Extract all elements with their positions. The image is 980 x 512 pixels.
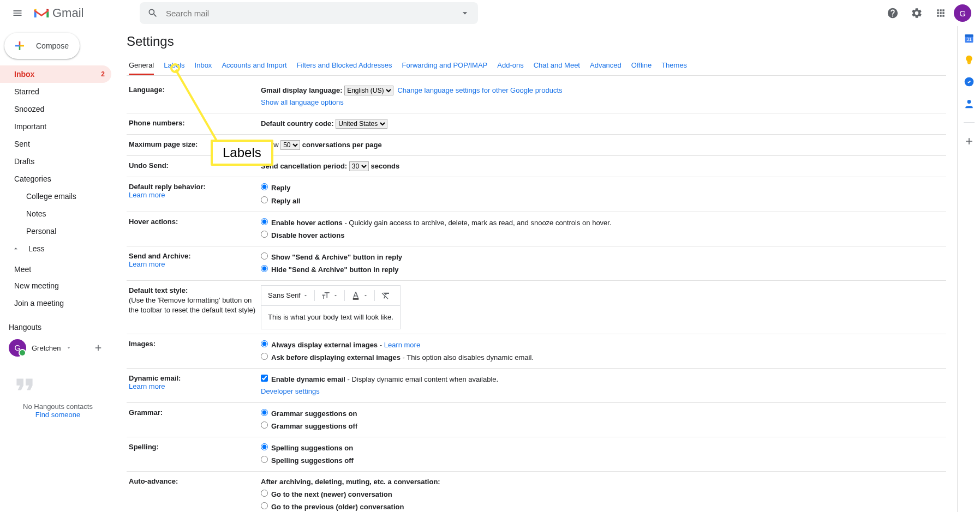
- change-language-link[interactable]: Change language settings for other Googl…: [397, 86, 562, 94]
- compose-button[interactable]: Compose: [4, 33, 80, 59]
- row-images: Images: Always display external images -…: [127, 334, 946, 369]
- sidebar-item-sent[interactable]: Sent: [0, 135, 111, 153]
- font-family-dropdown[interactable]: Sans Serif: [265, 288, 312, 303]
- radio-reply-all[interactable]: [261, 196, 268, 203]
- radio-advance-newer[interactable]: [261, 490, 268, 497]
- developer-settings-link[interactable]: Developer settings: [261, 387, 320, 395]
- settings-content: Settings GeneralLabelsInboxAccounts and …: [116, 26, 957, 512]
- chevron-up-icon: [12, 245, 20, 252]
- radio-show-send-archive[interactable]: [261, 252, 268, 260]
- tab-filters-and-blocked-addresses[interactable]: Filters and Blocked Addresses: [297, 56, 392, 75]
- tab-accounts-and-import[interactable]: Accounts and Import: [222, 56, 286, 75]
- send-archive-learn-more[interactable]: Learn more: [129, 260, 165, 268]
- label-phone: Phone numbers:: [129, 118, 261, 130]
- search-input[interactable]: [164, 9, 454, 18]
- add-addon-icon[interactable]: [964, 136, 975, 147]
- radio-spelling-off[interactable]: [261, 456, 268, 463]
- tab-add-ons[interactable]: Add-ons: [497, 56, 523, 75]
- help-icon: [887, 7, 899, 19]
- dynamic-learn-more[interactable]: Learn more: [129, 382, 165, 390]
- svg-rect-3: [20, 45, 24, 47]
- hangouts-empty-state: No Hangouts contacts Find someone: [0, 360, 116, 430]
- calendar-icon[interactable]: 31: [964, 33, 975, 44]
- row-hover-actions: Hover actions: Enable hover actions - Qu…: [127, 212, 946, 246]
- tasks-icon[interactable]: [964, 76, 975, 87]
- meet-item-join-a-meeting[interactable]: Join a meeting: [0, 294, 111, 312]
- radio-spelling-on[interactable]: [261, 443, 268, 450]
- row-auto-advance: Auto-advance: After archiving, deleting,…: [127, 472, 946, 512]
- text-color-dropdown[interactable]: [348, 288, 372, 303]
- account-avatar[interactable]: G: [954, 4, 971, 22]
- format-clear-icon: [381, 291, 391, 300]
- sidebar-item-notes[interactable]: Notes: [0, 205, 111, 222]
- sidebar-item-drafts[interactable]: Drafts: [0, 153, 111, 170]
- tab-chat-and-meet[interactable]: Chat and Meet: [534, 56, 580, 75]
- radio-hide-send-archive[interactable]: [261, 265, 268, 272]
- row-grammar: Grammar: Grammar suggestions on Grammar …: [127, 403, 946, 437]
- meet-item-new-meeting[interactable]: New meeting: [0, 277, 111, 294]
- settings-button[interactable]: [906, 2, 928, 24]
- side-panel: 31: [957, 26, 980, 512]
- gmail-m-icon: [33, 7, 50, 20]
- row-send-archive: Send and Archive: Learn more Show "Send …: [127, 246, 946, 281]
- hangouts-new-chat-button[interactable]: [89, 339, 107, 357]
- tab-offline[interactable]: Offline: [631, 56, 652, 75]
- images-learn-more[interactable]: Learn more: [384, 341, 420, 349]
- remove-formatting-button[interactable]: [378, 288, 394, 303]
- label-reply-behavior: Default reply behavior:: [129, 183, 206, 191]
- sidebar-item-important[interactable]: Important: [0, 118, 111, 135]
- page-size-select[interactable]: 50: [280, 140, 300, 150]
- tab-inbox[interactable]: Inbox: [195, 56, 212, 75]
- sidebar-item-categories[interactable]: Categories: [0, 170, 111, 188]
- hangouts-user-row[interactable]: G Gretchen: [0, 336, 116, 360]
- sidebar: Compose Inbox2StarredSnoozedImportantSen…: [0, 26, 116, 512]
- row-language: Language: Gmail display language: Englis…: [127, 80, 946, 113]
- support-button[interactable]: [882, 2, 904, 24]
- undo-period-select[interactable]: 30: [349, 161, 369, 171]
- font-size-dropdown[interactable]: [318, 288, 342, 303]
- sidebar-item-starred[interactable]: Starred: [0, 83, 111, 100]
- search-options-button[interactable]: [454, 2, 476, 24]
- tab-advanced[interactable]: Advanced: [590, 56, 622, 75]
- text-color-icon: [351, 291, 361, 300]
- contacts-icon[interactable]: [964, 98, 975, 109]
- label-images: Images:: [129, 339, 261, 364]
- search-button[interactable]: [142, 2, 164, 24]
- country-code-select[interactable]: United States: [336, 119, 387, 129]
- language-select[interactable]: English (US): [344, 86, 393, 95]
- checkbox-dynamic-email[interactable]: [261, 375, 268, 382]
- row-dynamic-email: Dynamic email: Learn more Enable dynamic…: [127, 369, 946, 402]
- sidebar-item-snoozed[interactable]: Snoozed: [0, 100, 111, 118]
- radio-advance-older[interactable]: [261, 502, 268, 509]
- radio-images-always[interactable]: [261, 340, 268, 347]
- tab-general[interactable]: General: [129, 56, 154, 75]
- hangouts-find-someone-link[interactable]: Find someone: [11, 411, 105, 419]
- sidebar-item-personal[interactable]: Personal: [0, 222, 111, 240]
- radio-grammar-off[interactable]: [261, 421, 268, 429]
- text-style-preview: Sans Serif This is what your body text w…: [261, 285, 401, 329]
- compose-label: Compose: [36, 41, 69, 50]
- tab-forwarding-and-pop-imap[interactable]: Forwarding and POP/IMAP: [402, 56, 487, 75]
- text-size-icon: [321, 291, 331, 300]
- row-text-style: Default text style: (Use the 'Remove for…: [127, 281, 946, 334]
- keep-icon[interactable]: [964, 55, 975, 65]
- hamburger-icon: [12, 8, 23, 19]
- gmail-logo[interactable]: Gmail: [31, 6, 140, 20]
- chevron-down-icon: [363, 293, 368, 298]
- label-spelling: Spelling:: [129, 442, 261, 467]
- radio-grammar-on[interactable]: [261, 409, 268, 416]
- radio-images-ask[interactable]: [261, 353, 268, 360]
- sidebar-item-college-emails[interactable]: College emails: [0, 188, 111, 205]
- tab-themes[interactable]: Themes: [661, 56, 687, 75]
- show-all-languages-link[interactable]: Show all language options: [261, 98, 344, 106]
- sidebar-item-inbox[interactable]: Inbox2: [0, 65, 111, 83]
- sidebar-less[interactable]: Less: [0, 240, 116, 257]
- radio-hover-enable[interactable]: [261, 218, 268, 225]
- radio-reply[interactable]: [261, 183, 268, 190]
- main-menu-button[interactable]: [4, 0, 31, 26]
- reply-behavior-learn-more[interactable]: Learn more: [129, 191, 165, 199]
- svg-point-10: [967, 100, 971, 104]
- label-grammar: Grammar:: [129, 407, 261, 432]
- apps-button[interactable]: [930, 2, 952, 24]
- radio-hover-disable[interactable]: [261, 231, 268, 238]
